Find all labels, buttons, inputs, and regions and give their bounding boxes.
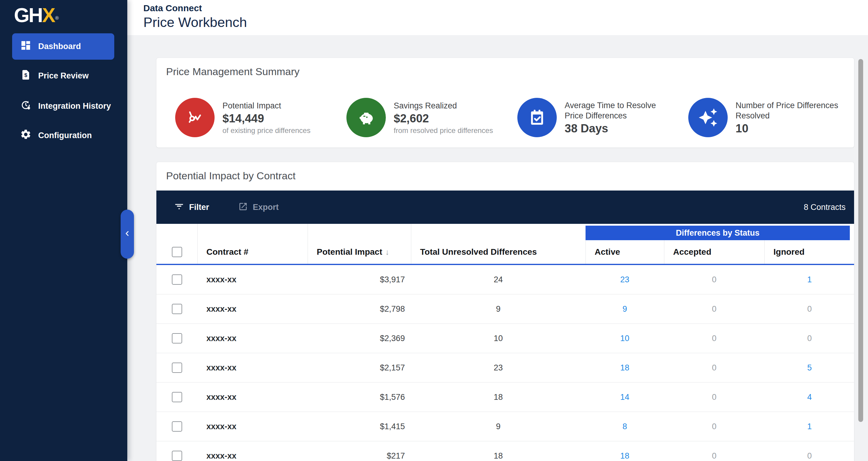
kpi-value: 38 Days: [565, 122, 664, 135]
cell-contract: xxxx-xx: [197, 412, 308, 441]
column-header-ignored[interactable]: Ignored: [764, 240, 855, 264]
table-row: xxxx-xx$1,576181404: [156, 383, 854, 412]
export-button[interactable]: Export: [238, 202, 279, 212]
column-header-label: Contract #: [207, 247, 248, 257]
cell-total-unresolved: 18: [411, 441, 586, 461]
filter-icon: [174, 201, 184, 213]
kpi-label: Potential Impact: [222, 101, 310, 111]
cell-ignored[interactable]: 1: [764, 265, 855, 294]
cell-active[interactable]: 18: [586, 353, 664, 382]
cell-contract: xxxx-xx: [197, 441, 308, 461]
cell-potential-impact: $2,157: [308, 353, 411, 382]
cell-total-unresolved: 10: [411, 324, 586, 353]
cell-potential-impact: $217: [308, 441, 411, 461]
sidebar-item-price-review[interactable]: $ Price Review: [12, 66, 114, 86]
sidebar-item-configuration[interactable]: Configuration: [12, 126, 114, 145]
checkbox-icon: [172, 363, 182, 373]
price-workbench-app: Data Connect Price Workbench GHX® Dashbo…: [0, 0, 868, 461]
kpi-value: $2,602: [394, 112, 493, 125]
contracts-count: 8 Contracts: [804, 203, 845, 212]
kpi-subtext: from resolved price differences: [394, 126, 493, 135]
row-checkbox[interactable]: [156, 353, 197, 382]
column-header-accepted[interactable]: Accepted: [664, 240, 764, 264]
filter-label: Filter: [189, 203, 209, 212]
cell-contract: xxxx-xx: [197, 353, 308, 382]
column-header-contract[interactable]: Contract #: [197, 240, 308, 264]
sidebar-item-label: Configuration: [38, 131, 92, 140]
row-checkbox[interactable]: [156, 412, 197, 441]
column-header-total-unresolved[interactable]: Total Unresolved Differences: [411, 240, 586, 264]
cell-active[interactable]: 23: [586, 265, 664, 294]
sidebar-item-label: Dashboard: [38, 42, 81, 51]
table-row: xxxx-xx$3,917242301: [156, 265, 854, 294]
select-all-checkbox[interactable]: [156, 240, 197, 264]
cell-ignored: 0: [764, 441, 855, 461]
sidebar-item-label: Price Review: [38, 71, 89, 80]
export-label: Export: [253, 203, 279, 212]
kpi-value: $14,449: [222, 112, 310, 125]
cell-contract: xxxx-xx: [197, 383, 308, 411]
cell-active[interactable]: 14: [586, 383, 664, 411]
cell-total-unresolved: 9: [411, 294, 586, 324]
cell-ignored: 0: [764, 294, 855, 324]
cell-contract: xxxx-xx: [197, 265, 308, 294]
column-header-label: Accepted: [673, 247, 711, 257]
cell-potential-impact: $3,917: [308, 265, 411, 294]
kpi-potential-impact: Potential Impact $14,449 of existing pri…: [175, 98, 310, 137]
row-checkbox[interactable]: [156, 294, 197, 324]
page-header: Data Connect Price Workbench: [127, 0, 868, 35]
table-row: xxxx-xx$2,157231805: [156, 353, 854, 383]
sidebar-item-label: Integration History: [38, 101, 111, 111]
sidebar: GHX® Dashboard $ Price Review: [0, 0, 127, 461]
table-row: xxxx-xx$1,4159801: [156, 412, 854, 441]
cell-accepted: 0: [664, 353, 764, 382]
cell-contract: xxxx-xx: [197, 324, 308, 353]
table-row: xxxx-xx$2,7989900: [156, 294, 854, 324]
row-checkbox[interactable]: [156, 265, 197, 294]
cell-active[interactable]: 9: [586, 294, 664, 324]
sidebar-item-integration-history[interactable]: Integration History: [12, 96, 114, 116]
sidebar-collapse-button[interactable]: [121, 209, 134, 259]
svg-text:$: $: [24, 72, 27, 78]
cell-active[interactable]: 8: [586, 412, 664, 441]
table-row: xxxx-xx$2,369101000: [156, 324, 854, 353]
kpi-label: Number of Price Differences Resolved: [736, 100, 848, 121]
cell-total-unresolved: 23: [411, 353, 586, 382]
sparkles-icon: [688, 98, 728, 137]
cell-active[interactable]: 18: [586, 441, 664, 461]
product-name: Data Connect: [143, 3, 202, 13]
cell-ignored[interactable]: 5: [764, 353, 855, 382]
row-checkbox[interactable]: [156, 441, 197, 461]
row-checkbox[interactable]: [156, 324, 197, 353]
gear-icon: [20, 129, 32, 142]
column-header-active[interactable]: Active: [586, 240, 664, 264]
calendar-check-icon: [517, 98, 557, 137]
cell-active[interactable]: 10: [586, 324, 664, 353]
cell-total-unresolved: 9: [411, 412, 586, 441]
export-icon: [238, 202, 248, 212]
cell-potential-impact: $1,415: [308, 412, 411, 441]
piggy-bank-icon: [346, 98, 386, 137]
filter-button[interactable]: Filter: [174, 201, 209, 213]
cell-accepted: 0: [664, 412, 764, 441]
sidebar-item-dashboard[interactable]: Dashboard: [12, 33, 114, 60]
cell-ignored[interactable]: 4: [764, 383, 855, 411]
kpi-average-time-to-resolve: Average Time to Resolve Price Difference…: [517, 98, 664, 137]
trending-down-search-icon: [175, 98, 215, 137]
checkbox-icon: [172, 304, 182, 314]
price-document-icon: $: [20, 69, 32, 83]
cell-ignored: 0: [764, 324, 855, 353]
page-title: Price Workbench: [143, 14, 247, 30]
ghx-logo: GHX®: [14, 4, 59, 27]
kpi-value: 10: [736, 122, 848, 135]
logo-x: X: [42, 4, 55, 26]
cell-ignored[interactable]: 1: [764, 412, 855, 441]
column-header-potential-impact[interactable]: Potential Impact ↓: [308, 240, 411, 264]
table-row: xxxx-xx$217181800: [156, 441, 854, 461]
registered-mark-icon: ®: [55, 15, 59, 21]
row-checkbox[interactable]: [156, 383, 197, 411]
kpi-label: Savings Realized: [394, 101, 493, 111]
vertical-scrollbar-thumb[interactable]: [858, 59, 863, 422]
kpi-label: Average Time to Resolve Price Difference…: [565, 100, 664, 121]
cell-accepted: 0: [664, 324, 764, 353]
